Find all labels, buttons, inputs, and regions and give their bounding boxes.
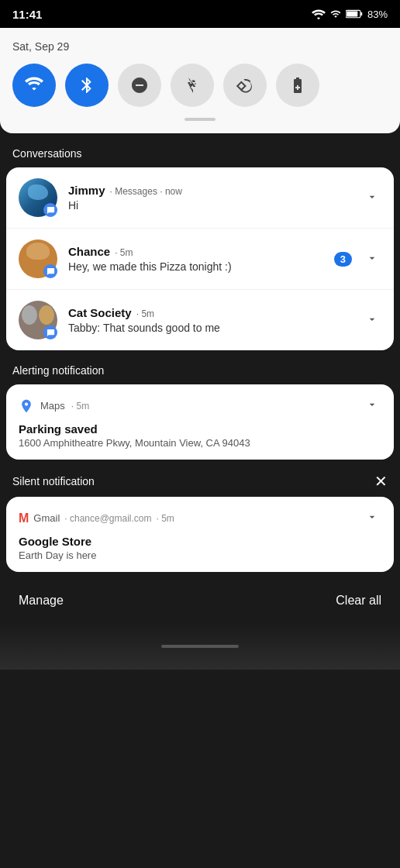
dnd-toggle[interactable] [118,64,161,107]
chance-badge: 3 [334,252,352,267]
silent-expand-button[interactable] [363,508,381,529]
cat-society-body: Tabby: That sounds good to me [68,322,357,334]
jimmy-meta: · Messages · now [110,186,182,197]
alert-app-name: Maps [40,400,65,412]
battery-saver-toggle[interactable] [276,64,319,107]
wifi-toggle[interactable] [12,64,56,107]
avatar-chance [19,239,57,278]
battery-status-icon [346,9,363,19]
status-time: 11:41 [12,8,42,21]
alerting-label: Alerting notification [12,364,104,377]
flashlight-toggle[interactable] [171,64,214,107]
wifi-icon [25,76,43,95]
conversations-label: Conversations [12,147,82,160]
silent-close-button[interactable]: ✕ [374,474,388,489]
alerting-card[interactable]: Maps · 5m Parking saved 1600 Amphitheatr… [6,384,394,460]
status-bar: 11:41 83% [0,0,400,28]
svg-rect-1 [360,12,362,16]
flashlight-icon [183,76,202,95]
conversations-card: Jimmy · Messages · now Hi Chance · 5m He… [6,167,394,350]
alert-app-row: Maps · 5m [19,398,89,414]
chevron-down-icon [366,313,378,326]
silent-header: M Gmail · chance@gmail.com · 5m [19,508,381,529]
jimmy-expand-button[interactable] [363,188,381,208]
cat-society-content: Cat Society · 5m Tabby: That sounds good… [68,306,357,334]
chance-meta: · 5m [115,247,133,258]
silent-app-row: M Gmail · chance@gmail.com · 5m [19,512,174,525]
silent-card[interactable]: M Gmail · chance@gmail.com · 5m Google S… [6,497,394,572]
alerting-section-header: Alerting notification [0,356,400,384]
avatar-cat-society [19,301,57,339]
silent-label: Silent notification [12,475,95,487]
dnd-icon [130,76,149,95]
chevron-down-icon [366,398,378,411]
alert-body: 1600 Amphitheatre Pkwy, Mountain View, C… [19,437,381,449]
cat-society-name: Cat Society [68,306,132,319]
autorotate-toggle[interactable] [223,64,267,107]
drag-handle [184,118,216,121]
alert-time: · 5m [71,401,89,412]
silent-section-header: Silent notification ✕ [0,466,400,497]
chance-expand-button[interactable] [363,249,381,270]
conversations-section-header: Conversations [0,140,400,167]
silent-time: · 5m [157,513,174,524]
chevron-down-icon [366,252,378,264]
status-icons: 83% [312,9,388,20]
messages-icon [43,326,57,339]
battery-plus-icon [288,76,307,95]
silent-body: Earth Day is here [19,549,381,561]
maps-icon [19,398,34,414]
bottom-bar: Manage Clear all [0,578,400,623]
quick-toggles [12,64,388,107]
alert-header: Maps · 5m [19,395,381,416]
jimmy-name: Jimmy [68,184,105,197]
quick-settings-panel: Sat, Sep 29 [0,28,400,133]
clear-all-button[interactable]: Clear all [336,594,381,608]
gmail-icon: M [19,512,29,525]
silent-title: Google Store [19,535,381,548]
date-label: Sat, Sep 29 [12,40,388,53]
chance-name: Chance [68,245,110,258]
rotate-icon [236,76,254,95]
silent-app-name: Gmail [33,512,60,524]
jimmy-body: Hi [68,199,357,212]
chevron-down-icon [366,191,378,203]
list-item[interactable]: Jimmy · Messages · now Hi [6,167,394,229]
messages-icon [43,203,57,217]
bluetooth-icon [78,76,96,95]
alert-expand-button[interactable] [363,395,381,416]
list-item[interactable]: Chance · 5m Hey, we made this Pizza toni… [6,229,394,290]
manage-button[interactable]: Manage [19,594,64,608]
home-indicator [161,645,239,648]
list-item[interactable]: Cat Society · 5m Tabby: That sounds good… [6,290,394,350]
cat-society-meta: · 5m [136,308,154,319]
silent-email: · chance@gmail.com [64,513,151,524]
messages-icon [43,264,57,278]
signal-status-icon [330,9,341,19]
chance-body: Hey, we made this Pizza tonight :) [68,260,334,273]
chance-content: Chance · 5m Hey, we made this Pizza toni… [68,245,334,273]
bottom-overlay [0,623,400,670]
jimmy-content: Jimmy · Messages · now Hi [68,184,357,212]
cat-society-expand-button[interactable] [363,310,381,331]
alert-title: Parking saved [19,422,381,436]
avatar-jimmy [19,178,57,217]
chevron-down-icon [366,511,378,523]
svg-rect-2 [347,11,357,16]
battery-pct: 83% [367,9,388,20]
bluetooth-toggle[interactable] [65,64,109,107]
wifi-status-icon [312,9,326,19]
